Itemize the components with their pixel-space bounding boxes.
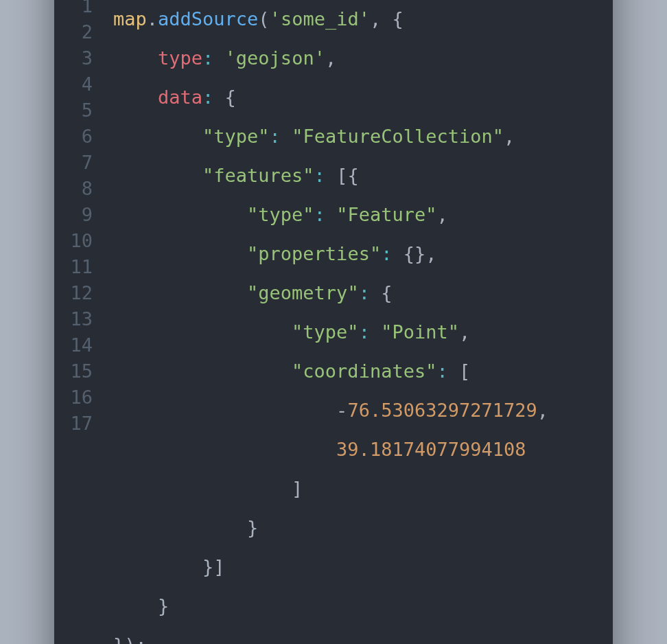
token-number: 39.18174077994108: [336, 439, 526, 460]
line-number-gutter: 1 2 3 4 5 6 7 8 9 10 11 12 13 14 15 16 1…: [68, 0, 113, 644]
token-qkey: "type": [292, 321, 359, 343]
token-qkey: "features": [202, 165, 314, 186]
token-punc: ,: [325, 47, 336, 69]
token-punc: {: [213, 87, 236, 108]
token-punc: .: [147, 8, 158, 30]
token-string: 'geojson': [225, 47, 325, 69]
token-qkey: "type": [202, 126, 270, 147]
code-line: }: [113, 593, 548, 619]
code-line: "type": "FeatureCollection",: [113, 124, 548, 150]
token-indent: [113, 243, 247, 264]
code-line: "geometry": {: [113, 280, 548, 306]
token-punc: ,: [504, 126, 515, 147]
code-line: "type": "Point",: [113, 319, 548, 345]
line-number: 11: [68, 254, 93, 280]
token-string: 'some_id': [270, 8, 370, 30]
code-line: ]: [113, 476, 548, 502]
token-space: [281, 126, 292, 147]
token-string: "FeatureCollection": [292, 126, 504, 147]
code-line: type: 'geojson',: [113, 45, 548, 71]
token-colon: :: [381, 243, 392, 264]
token-function: addSource: [158, 8, 258, 30]
token-colon: :: [202, 87, 213, 108]
token-punc: ,: [537, 400, 548, 421]
code-line: "properties": {},: [113, 241, 548, 267]
token-punc: ]: [113, 478, 303, 499]
token-colon: :: [359, 282, 370, 303]
token-punc: [: [448, 360, 471, 382]
token-punc: , {: [370, 8, 403, 30]
code-line: 39.18174077994108: [113, 437, 548, 463]
token-indent: [113, 282, 247, 303]
code-line: "type": "Feature",: [113, 202, 548, 228]
code-line: }]: [113, 554, 548, 580]
token-colon: :: [270, 126, 281, 147]
line-number: 2: [68, 19, 93, 45]
token-colon: :: [314, 204, 325, 225]
token-punc: });: [113, 634, 147, 644]
line-number: 15: [68, 358, 93, 384]
token-space: [370, 321, 381, 343]
code-area: 1 2 3 4 5 6 7 8 9 10 11 12 13 14 15 16 1…: [54, 0, 613, 644]
code-window: 1 2 3 4 5 6 7 8 9 10 11 12 13 14 15 16 1…: [54, 0, 613, 644]
code-line: }: [113, 515, 548, 541]
token-punc: ,: [459, 321, 470, 343]
line-number: 12: [68, 280, 93, 306]
token-indent: [113, 321, 292, 343]
token-qkey: "type": [247, 204, 314, 225]
token-indent: [113, 47, 158, 69]
line-number: 3: [68, 45, 93, 71]
token-object: map: [113, 8, 147, 30]
line-number: 17: [68, 411, 93, 437]
token-punc: }: [113, 595, 169, 617]
token-colon: :: [436, 360, 447, 382]
token-colon: :: [314, 165, 325, 186]
token-number: 76.53063297271729: [347, 400, 537, 421]
code-line: map.addSource('some_id', {: [113, 6, 548, 32]
token-string: "Feature": [336, 204, 436, 225]
token-punc: }: [113, 517, 258, 538]
line-number: 6: [68, 124, 93, 150]
token-indent: -: [113, 400, 347, 421]
token-punc: }]: [113, 556, 225, 577]
code-line: });: [113, 632, 548, 644]
line-number: 1: [68, 0, 93, 19]
line-number: 8: [68, 176, 93, 202]
line-number: 9: [68, 202, 93, 228]
line-number: 13: [68, 306, 93, 332]
token-space: [325, 204, 336, 225]
token-punc: {},: [392, 243, 436, 264]
line-number: 14: [68, 332, 93, 358]
token-punc: [{: [325, 165, 359, 186]
line-number: 7: [68, 150, 93, 176]
code-line: data: {: [113, 84, 548, 111]
token-indent: [113, 165, 202, 186]
token-key: data: [158, 87, 202, 108]
token-space: [213, 47, 224, 69]
token-indent: [113, 126, 202, 147]
line-number: 4: [68, 71, 93, 97]
token-indent: [113, 360, 292, 382]
token-indent: [113, 439, 336, 460]
code-line: -76.53063297271729,: [113, 398, 548, 424]
token-indent: [113, 87, 158, 108]
token-key: type: [158, 47, 202, 69]
line-number: 10: [68, 228, 93, 254]
token-punc: ,: [436, 204, 447, 225]
token-qkey: "coordinates": [292, 360, 436, 382]
token-string: "Point": [381, 321, 459, 343]
code-line: "features": [{: [113, 163, 548, 189]
code-line: "coordinates": [: [113, 358, 548, 384]
token-qkey: "properties": [247, 243, 381, 264]
token-punc: {: [370, 282, 393, 303]
line-number: 16: [68, 384, 93, 411]
token-indent: [113, 204, 247, 225]
token-punc: (: [258, 8, 269, 30]
line-number: 5: [68, 97, 93, 124]
token-qkey: "geometry": [247, 282, 359, 303]
token-colon: :: [202, 47, 213, 69]
token-colon: :: [359, 321, 370, 343]
code-content: map.addSource('some_id', { type: 'geojso…: [113, 0, 548, 644]
